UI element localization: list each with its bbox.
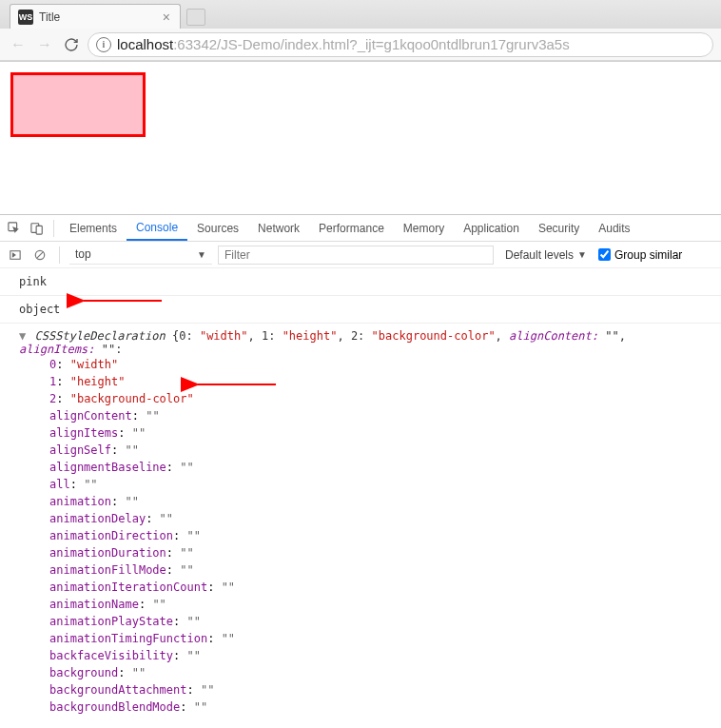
context-selector[interactable]: top ▼ [69, 246, 212, 265]
object-property: animationIterationCount: "" [49, 579, 702, 596]
info-icon[interactable]: i [96, 37, 111, 52]
forward-button[interactable]: → [34, 34, 55, 55]
devtools-tab-audits[interactable]: Audits [589, 215, 639, 241]
devtools-tab-performance[interactable]: Performance [309, 215, 394, 241]
object-property: background: "" [49, 664, 702, 681]
devtools-tab-application[interactable]: Application [454, 215, 529, 241]
close-icon[interactable]: × [161, 10, 172, 25]
object-property: backgroundAttachment: "" [49, 681, 702, 698]
page-viewport [0, 62, 721, 190]
chevron-down-icon: ▼ [577, 249, 587, 260]
tab-strip: WS Title × [0, 0, 721, 29]
log-levels-selector[interactable]: Default levels▼ [499, 248, 593, 262]
object-property: animationName: "" [49, 596, 702, 613]
object-property: animationTimingFunction: "" [49, 630, 702, 647]
devtools-panel: ElementsConsoleSourcesNetworkPerformance… [0, 214, 721, 728]
separator [59, 246, 60, 264]
url-text: localhost:63342/JS-Demo/index.html?_ijt=… [117, 36, 570, 52]
chevron-down-icon: ▼ [197, 249, 206, 260]
object-class-name: CSSStyleDeclaration [34, 329, 165, 343]
object-property: animationDelay: "" [49, 510, 702, 527]
toggle-sidebar-icon[interactable] [6, 246, 25, 265]
console-output: pink object ▼ CSSStyleDeclaration {0: "w… [0, 268, 721, 728]
devtools-tabs: ElementsConsoleSourcesNetworkPerformance… [0, 215, 721, 242]
browser-tab[interactable]: WS Title × [10, 4, 181, 29]
disclosure-triangle-icon[interactable]: ▼ [19, 329, 26, 343]
object-property: all: "" [49, 476, 702, 493]
group-similar-checkbox[interactable]: Group similar [598, 248, 682, 262]
inspect-icon[interactable] [4, 218, 25, 239]
devtools-tab-memory[interactable]: Memory [394, 215, 454, 241]
object-property: alignItems: "" [49, 424, 702, 442]
group-similar-label: Group similar [614, 248, 682, 262]
devtools-tab-console[interactable]: Console [127, 215, 187, 241]
context-label: top [75, 247, 91, 261]
browser-chrome: WS Title × ← → i localhost:63342/JS-Demo… [0, 0, 721, 62]
filter-input[interactable] [218, 246, 494, 265]
object-property: 1: "height" [49, 373, 702, 390]
clear-console-icon[interactable] [30, 246, 49, 265]
devtools-tab-elements[interactable]: Elements [60, 215, 127, 241]
back-button[interactable]: ← [8, 34, 29, 55]
object-property: backgroundBlendMode: "" [49, 698, 702, 716]
object-property: alignmentBaseline: "" [49, 459, 702, 476]
devtools-tab-sources[interactable]: Sources [187, 215, 248, 241]
object-property: animation: "" [49, 493, 702, 510]
url-field[interactable]: i localhost:63342/JS-Demo/index.html?_ij… [88, 32, 713, 57]
devtools-tab-network[interactable]: Network [248, 215, 309, 241]
object-property: alignContent: "" [49, 407, 702, 424]
devtools-tab-security[interactable]: Security [529, 215, 589, 241]
console-toolbar: top ▼ Default levels▼ Group similar [0, 242, 721, 268]
object-property: animationDuration: "" [49, 544, 702, 561]
separator [53, 220, 54, 237]
svg-rect-2 [36, 226, 42, 234]
svg-line-5 [37, 251, 44, 258]
object-property: animationPlayState: "" [49, 613, 702, 630]
annotation-arrow [190, 378, 285, 394]
log-line: pink [0, 272, 721, 291]
expanded-object[interactable]: ▼ CSSStyleDeclaration {0: "width", 1: "h… [0, 327, 721, 718]
object-property: 2: "background-color" [49, 390, 702, 407]
object-property: animationDirection: "" [49, 527, 702, 544]
object-property: 0: "width" [49, 356, 702, 373]
tab-title: Title [39, 10, 161, 24]
favicon: WS [18, 10, 33, 25]
device-toggle-icon[interactable] [27, 218, 48, 239]
object-property: alignSelf: "" [49, 442, 702, 459]
new-tab-button[interactable] [186, 9, 205, 26]
object-property: animationFillMode: "" [49, 561, 702, 579]
reload-button[interactable] [61, 34, 82, 55]
pink-box [10, 72, 146, 137]
annotation-arrow [76, 294, 171, 310]
checkbox-input[interactable] [598, 248, 611, 261]
object-property: backfaceVisibility: "" [49, 647, 702, 664]
address-bar: ← → i localhost:63342/JS-Demo/index.html… [0, 29, 721, 61]
